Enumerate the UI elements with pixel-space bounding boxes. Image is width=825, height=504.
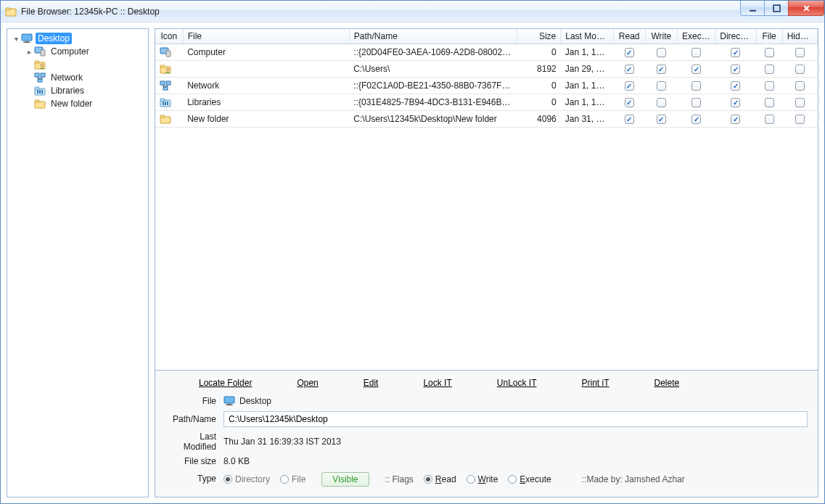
tree-node[interactable]: Network bbox=[7, 71, 148, 84]
lock-link[interactable]: Lock IT bbox=[404, 378, 470, 388]
cell-modified: Jan 1, 1970 bbox=[561, 78, 613, 94]
checkbox[interactable] bbox=[657, 81, 666, 91]
table-row[interactable]: C:\Users\8192Jan 29, 2013 bbox=[155, 61, 818, 78]
svg-rect-31 bbox=[160, 99, 165, 101]
checkbox[interactable] bbox=[795, 65, 805, 74]
checkbox[interactable] bbox=[731, 81, 740, 91]
checkbox[interactable] bbox=[625, 65, 634, 74]
checkbox[interactable] bbox=[657, 65, 666, 74]
checkbox[interactable] bbox=[625, 115, 634, 124]
checkbox[interactable] bbox=[625, 48, 634, 57]
folder-tree[interactable]: ▾Desktop▸ComputerNetworkLibrariesNew fol… bbox=[7, 28, 149, 497]
cell-size: 8192 bbox=[517, 61, 560, 78]
checkbox[interactable] bbox=[731, 48, 740, 57]
app-icon bbox=[5, 6, 17, 17]
type-label: Type bbox=[165, 474, 216, 484]
tree-node[interactable]: Libraries bbox=[7, 84, 148, 97]
visible-button[interactable]: Visible bbox=[321, 472, 369, 487]
tree-expander-icon[interactable] bbox=[25, 99, 33, 108]
tree-node[interactable] bbox=[7, 58, 148, 71]
checkbox[interactable] bbox=[795, 98, 805, 107]
open-link[interactable]: Open bbox=[278, 378, 337, 388]
checkbox[interactable] bbox=[691, 48, 701, 57]
table-row[interactable]: Computer::{20D04FE0-3AEA-1069-A2D8-08002… bbox=[155, 44, 818, 61]
checkbox[interactable] bbox=[765, 115, 774, 124]
checkbox[interactable] bbox=[765, 48, 774, 57]
tree-expander-icon[interactable] bbox=[25, 86, 33, 95]
checkbox[interactable] bbox=[765, 81, 774, 91]
tree-node-label bbox=[49, 64, 53, 65]
column-header[interactable]: Write bbox=[645, 29, 677, 44]
svg-rect-18 bbox=[39, 90, 41, 94]
tree-expander-icon[interactable]: ▸ bbox=[25, 47, 33, 56]
print-link[interactable]: Print iT bbox=[562, 378, 628, 388]
checkbox[interactable] bbox=[625, 81, 634, 91]
size-value: 8.0 KB bbox=[223, 456, 250, 466]
column-header[interactable]: Last Modified bbox=[561, 29, 613, 44]
svg-rect-12 bbox=[35, 73, 39, 77]
column-header[interactable]: File bbox=[183, 29, 349, 44]
column-header[interactable]: Path/Name bbox=[349, 29, 517, 44]
cell-modified: Jan 1, 1970 bbox=[561, 94, 613, 111]
maximize-button[interactable] bbox=[764, 1, 789, 16]
delete-link[interactable]: Delete bbox=[636, 378, 699, 388]
checkbox[interactable] bbox=[691, 81, 701, 91]
window-title: File Browser: 12345k-PC :: Desktop bbox=[21, 7, 741, 17]
checkbox[interactable] bbox=[691, 65, 701, 74]
column-header[interactable]: Hidden bbox=[782, 29, 817, 44]
checkbox[interactable] bbox=[765, 98, 774, 107]
tree-node[interactable]: New folder bbox=[7, 97, 148, 110]
svg-rect-28 bbox=[166, 81, 171, 85]
path-input[interactable] bbox=[223, 411, 808, 427]
tree-node[interactable]: ▾Desktop bbox=[7, 32, 148, 45]
tree-expander-icon[interactable]: ▾ bbox=[12, 34, 20, 43]
column-header[interactable]: Execute bbox=[677, 29, 715, 44]
type-directory-radio[interactable]: Directory bbox=[223, 474, 270, 484]
tree-expander-icon[interactable] bbox=[25, 60, 33, 69]
tree-node-label: Desktop bbox=[36, 33, 72, 44]
tree-expander-icon[interactable] bbox=[25, 73, 33, 82]
flag-write-radio[interactable]: Write bbox=[467, 474, 498, 484]
checkbox[interactable] bbox=[731, 115, 740, 124]
column-header[interactable]: Directory bbox=[715, 29, 756, 44]
close-button[interactable] bbox=[788, 1, 824, 16]
column-header[interactable]: File bbox=[756, 29, 782, 44]
checkbox[interactable] bbox=[691, 98, 701, 107]
flag-read-radio[interactable]: Read bbox=[424, 474, 456, 484]
type-file-radio[interactable]: File bbox=[280, 474, 305, 484]
table-row[interactable]: Libraries::{031E4825-7B94-4DC3-B131-E946… bbox=[155, 94, 818, 111]
column-header[interactable]: Read bbox=[613, 29, 645, 44]
checkbox[interactable] bbox=[795, 81, 805, 91]
tree-node[interactable]: ▸Computer bbox=[7, 45, 148, 58]
checkbox[interactable] bbox=[731, 98, 740, 107]
checkbox[interactable] bbox=[657, 115, 666, 124]
svg-rect-39 bbox=[226, 405, 233, 405]
svg-rect-27 bbox=[160, 81, 165, 85]
tree-node-label: Network bbox=[49, 72, 85, 83]
svg-rect-29 bbox=[163, 86, 168, 90]
table-row[interactable]: Network::{F02C1A0D-BE21-4350-88B0-7367FC… bbox=[155, 78, 818, 94]
grid-empty-area bbox=[155, 128, 818, 370]
file-grid[interactable]: IconFilePath/NameSizeLast ModifiedReadWr… bbox=[155, 29, 818, 128]
svg-rect-13 bbox=[41, 73, 45, 77]
edit-link[interactable]: Edit bbox=[345, 378, 398, 388]
column-header[interactable]: Icon bbox=[155, 29, 183, 44]
checkbox[interactable] bbox=[691, 115, 701, 124]
size-label: File size bbox=[165, 456, 216, 466]
cell-modified: Jan 29, 2013 bbox=[561, 61, 613, 78]
flag-execute-radio[interactable]: Execute bbox=[508, 474, 551, 484]
svg-rect-14 bbox=[38, 78, 42, 82]
checkbox[interactable] bbox=[657, 48, 666, 57]
locate-folder-link[interactable]: Locate Folder bbox=[180, 378, 271, 388]
svg-point-26 bbox=[166, 68, 169, 71]
checkbox[interactable] bbox=[731, 65, 740, 74]
table-row[interactable]: New folderC:\Users\12345k\Desktop\New fo… bbox=[155, 111, 818, 128]
unlock-link[interactable]: UnLock IT bbox=[478, 378, 556, 388]
column-header[interactable]: Size bbox=[517, 29, 560, 44]
checkbox[interactable] bbox=[795, 115, 805, 124]
minimize-button[interactable] bbox=[740, 1, 765, 16]
checkbox[interactable] bbox=[795, 48, 805, 57]
checkbox[interactable] bbox=[765, 65, 774, 74]
checkbox[interactable] bbox=[625, 98, 634, 107]
checkbox[interactable] bbox=[657, 98, 666, 107]
